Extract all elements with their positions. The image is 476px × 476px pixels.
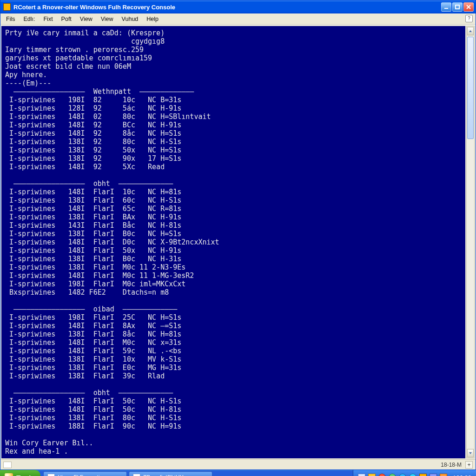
scroll-track[interactable]: [467, 36, 474, 449]
svg-rect-0: [444, 8, 448, 9]
tray-icon[interactable]: [430, 474, 437, 476]
status-left-indicator: [3, 462, 12, 468]
start-orb-icon: [5, 473, 13, 476]
task-label: TBeogfie|6lktHY: [143, 474, 184, 476]
close-icon: [466, 5, 471, 9]
console-output[interactable]: Prty iVe cary inmail a caDd: (Krespre) c…: [1, 26, 465, 458]
chevron-up-icon: [469, 29, 472, 33]
tray-icon[interactable]: [419, 474, 427, 476]
status-plus-button[interactable]: +: [465, 461, 473, 469]
menu-view2[interactable]: View: [97, 15, 117, 23]
context-help-icon[interactable]: ?: [465, 15, 473, 22]
tray-icon[interactable]: [389, 474, 396, 476]
window-title: RCotert a Rnover-olter Windows Fulh Reco…: [13, 4, 438, 11]
task-icon: [133, 474, 140, 476]
tray-icon[interactable]: [409, 474, 416, 476]
task-button-1[interactable]: Hisge Fl Frocection: [43, 471, 127, 476]
tray-icon[interactable]: [440, 474, 447, 476]
scroll-up-button[interactable]: [467, 27, 474, 35]
menu-fils[interactable]: Fils: [2, 15, 19, 23]
maximize-icon: [455, 5, 460, 9]
maximize-button[interactable]: [452, 2, 463, 12]
minimize-icon: [444, 5, 449, 9]
close-button[interactable]: [463, 2, 474, 12]
menu-edli[interactable]: Edlı:: [20, 15, 39, 23]
tray-icon[interactable]: [378, 474, 386, 476]
statusbar: 18-18-M +: [0, 459, 476, 469]
chevron-down-icon: [469, 451, 472, 455]
start-button[interactable]: TopIı: [0, 470, 40, 476]
taskbar-buttons: Hisge Fl Frocection TBeogfie|6lktHY: [40, 470, 353, 476]
window-buttons: [441, 2, 474, 12]
vertical-scrollbar[interactable]: [466, 26, 475, 458]
task-icon: [47, 474, 55, 476]
client-area: Prty iVe cary inmail a caDd: (Krespre) c…: [0, 25, 476, 459]
menu-poft[interactable]: Poft: [58, 15, 75, 23]
app-icon: [3, 3, 11, 11]
menu-fixt[interactable]: Fixt: [40, 15, 56, 23]
titlebar[interactable]: RCotert a Rnover-olter Windows Fulh Reco…: [0, 0, 476, 13]
menu-view1[interactable]: View: [76, 15, 96, 23]
svg-rect-1: [456, 5, 459, 9]
taskbar: TopIı Hisge Fl Frocection TBeogfie|6lktH…: [0, 470, 476, 476]
start-label: TopIı: [16, 474, 32, 476]
taskbar-clock[interactable]: 196.33: [453, 474, 471, 476]
tray-icon[interactable]: [358, 474, 365, 476]
menu-vuhud[interactable]: Vuhud: [118, 15, 142, 23]
scroll-thumb[interactable]: [467, 37, 474, 139]
minimize-button[interactable]: [441, 2, 451, 12]
scroll-down-button[interactable]: [467, 449, 474, 457]
application-window: RCotert a Rnover-olter Windows Fulh Reco…: [0, 0, 476, 470]
task-button-2[interactable]: TBeogfie|6lktHY: [129, 471, 212, 476]
system-tray[interactable]: 196.33: [353, 470, 476, 476]
task-label: Hisge Fl Frocection: [58, 474, 106, 476]
menu-help[interactable]: Help: [143, 15, 162, 23]
status-right-text: 18-18-M: [441, 462, 462, 468]
tray-icon[interactable]: [399, 474, 406, 476]
menubar: Fils Edlı: Fixt Poft View View Vuhud Hel…: [0, 13, 476, 25]
tray-icon[interactable]: [368, 474, 376, 476]
